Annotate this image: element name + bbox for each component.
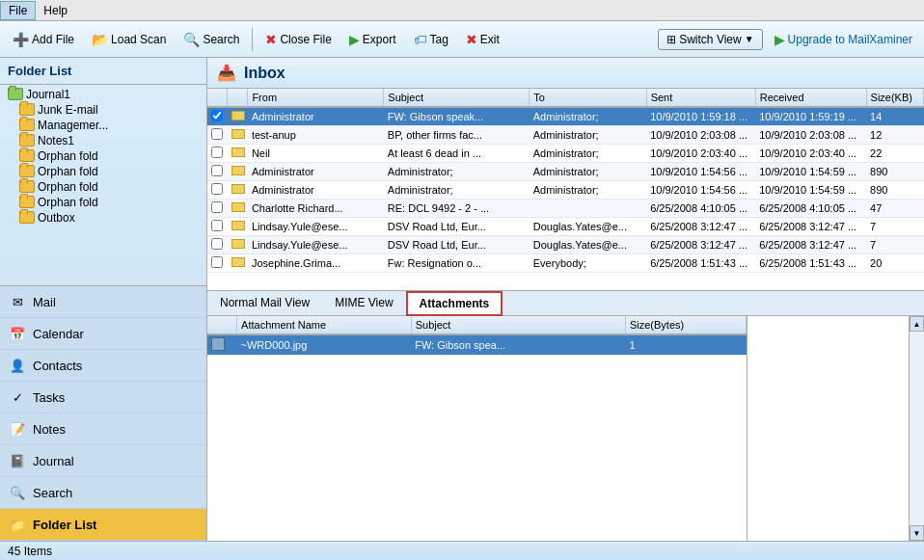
email-icon-cell [228, 200, 248, 218]
table-row[interactable]: Lindsay.Yule@ese... DSV Road Ltd, Eur...… [207, 236, 924, 254]
nav-notes[interactable]: 📝 Notes [0, 413, 206, 445]
search-button[interactable]: 🔍 Search [175, 28, 248, 51]
load-scan-button[interactable]: 📂 Load Scan [83, 28, 175, 51]
email-table-header-row: From Subject To Sent Received Size(KB) [207, 89, 924, 107]
nav-journal[interactable]: 📓 Journal [0, 445, 206, 477]
email-received: 10/9/2010 1:54:59 ... [755, 181, 866, 200]
attachments-table-container[interactable]: Attachment Name Subject Size(Bytes) ~WRD… [207, 316, 747, 541]
email-checkbox[interactable] [211, 147, 223, 158]
email-checkbox-cell[interactable] [207, 126, 228, 145]
col-subject-header[interactable]: Subject [384, 89, 530, 107]
preview-pane [747, 316, 909, 541]
nav-folder-list[interactable]: 📁 Folder List [0, 509, 206, 541]
folder-name: Orphan fold [38, 180, 98, 194]
email-checkbox[interactable] [211, 165, 223, 176]
table-row[interactable]: Lindsay.Yule@ese... DSV Road Ltd, Eur...… [207, 218, 924, 236]
exit-button[interactable]: ✖ Exit [457, 28, 508, 51]
folder-notes1[interactable]: Notes1 [0, 133, 206, 148]
table-row[interactable]: Neil At least 6 dead in ... Administrato… [207, 145, 924, 163]
folder-orphan-3[interactable]: Orphan fold [0, 179, 206, 195]
inbox-icon: 📥 [217, 64, 236, 82]
right-scrollbar[interactable]: ▲ ▼ [909, 316, 924, 541]
email-from: Charlotte Richard... [248, 200, 384, 218]
folder-outbox[interactable]: Outbox [0, 210, 206, 226]
tab-mime-view[interactable]: MIME View [322, 291, 405, 316]
email-checkbox-cell[interactable] [207, 145, 228, 163]
nav-mail[interactable]: ✉ Mail [0, 286, 206, 318]
email-subject: Administrator; [384, 181, 530, 200]
email-received: 6/25/2008 3:12:47 ... [755, 236, 866, 254]
upgrade-button[interactable]: ▶ Upgrade to MailXaminer [767, 29, 920, 50]
close-file-button[interactable]: ✖ Close File [257, 28, 340, 51]
tag-button[interactable]: 🏷 Tag [405, 28, 457, 51]
email-checkbox[interactable] [211, 238, 223, 250]
email-checkbox-cell[interactable] [207, 107, 228, 126]
att-col-size-header[interactable]: Size(Bytes) [625, 316, 746, 334]
email-checkbox[interactable] [211, 201, 223, 213]
nav-calendar[interactable]: 📅 Calendar [0, 318, 206, 350]
email-received: 6/25/2008 4:10:05 ... [755, 200, 866, 218]
folder-orphan-1[interactable]: Orphan fold [0, 148, 206, 164]
folder-management[interactable]: Managemer... [0, 118, 206, 133]
list-item[interactable]: ~WRD000.jpg FW: Gibson spea... 1 [207, 334, 747, 356]
email-sent: 6/25/2008 3:12:47 ... [646, 218, 755, 236]
menu-file[interactable]: File [0, 1, 36, 20]
col-sent-header[interactable]: Sent [646, 89, 755, 107]
nav-search[interactable]: 🔍 Search [0, 477, 206, 509]
email-checkbox[interactable] [211, 110, 223, 121]
table-row[interactable]: test-anup BP, other firms fac... Adminis… [207, 126, 924, 145]
email-checkbox-cell[interactable] [207, 200, 228, 218]
scroll-down-button[interactable]: ▼ [910, 525, 924, 541]
folder-junk-email[interactable]: Junk E-mail [0, 102, 206, 118]
table-row[interactable]: Administrator FW: Gibson speak... Admini… [207, 107, 924, 126]
att-name: ~WRD000.jpg [237, 334, 412, 356]
email-checkbox[interactable] [211, 220, 223, 231]
export-button[interactable]: ▶ Export [340, 28, 405, 51]
email-from: Administrator [248, 163, 384, 181]
tab-normal-mail-view[interactable]: Normal Mail View [207, 291, 322, 316]
col-received-header[interactable]: Received [755, 89, 866, 107]
nav-contacts[interactable]: 👤 Contacts [0, 350, 206, 382]
col-to-header[interactable]: To [530, 89, 646, 107]
table-row[interactable]: Administrator Administrator; Administrat… [207, 163, 924, 181]
email-checkbox-cell[interactable] [207, 236, 228, 254]
add-file-icon: ➕ [13, 32, 29, 47]
email-checkbox-cell[interactable] [207, 218, 228, 236]
email-checkbox[interactable] [211, 183, 223, 195]
folder-orphan-2[interactable]: Orphan fold [0, 164, 206, 179]
folder-orphan-4[interactable]: Orphan fold [0, 195, 206, 210]
att-col-name-header[interactable]: Attachment Name [237, 316, 412, 334]
att-subject: FW: Gibson spea... [411, 334, 625, 356]
scroll-up-button[interactable]: ▲ [910, 316, 924, 332]
load-scan-label: Load Scan [111, 33, 166, 46]
menu-help[interactable]: Help [36, 2, 75, 19]
folder-journal1[interactable]: Journal1 [0, 87, 206, 102]
tab-attachments[interactable]: Attachments [406, 291, 503, 316]
upgrade-icon: ▶ [775, 32, 785, 47]
nav-notes-label: Notes [33, 422, 66, 437]
email-sent: 10/9/2010 1:54:56 ... [646, 181, 755, 200]
email-received: 10/9/2010 1:59:19 ... [755, 107, 866, 126]
switch-view-button[interactable]: ⊞ Switch View ▼ [658, 29, 762, 50]
email-checkbox-cell[interactable] [207, 254, 228, 273]
col-size-header[interactable]: Size(KB) [866, 89, 923, 107]
email-checkbox[interactable] [211, 128, 223, 140]
att-col-icon-header [207, 316, 237, 334]
att-col-subject-header[interactable]: Subject [411, 316, 625, 334]
nav-tasks[interactable]: ✓ Tasks [0, 382, 206, 413]
folder-icon [19, 119, 35, 132]
content-area: 📥 Inbox From Subject To Sent Received Si… [207, 58, 924, 541]
mail-icon: ✉ [8, 292, 27, 311]
table-row[interactable]: Josephine.Grima... Fw: Resignation o... … [207, 254, 924, 273]
email-checkbox[interactable] [211, 256, 223, 268]
table-row[interactable]: Charlotte Richard... RE: DCL 9492 - 2 - … [207, 200, 924, 218]
folder-tree: Journal1 Junk E-mail Managemer... Notes1… [0, 85, 206, 285]
email-checkbox-cell[interactable] [207, 163, 228, 181]
folder-icon [19, 196, 35, 209]
email-table-container[interactable]: From Subject To Sent Received Size(KB) A… [207, 89, 924, 291]
col-from-header[interactable]: From [248, 89, 384, 107]
email-checkbox-cell[interactable] [207, 181, 228, 200]
table-row[interactable]: Administrator Administrator; Administrat… [207, 181, 924, 200]
add-file-button[interactable]: ➕ Add File [4, 28, 83, 51]
attachments-pane: Attachment Name Subject Size(Bytes) ~WRD… [207, 316, 924, 541]
